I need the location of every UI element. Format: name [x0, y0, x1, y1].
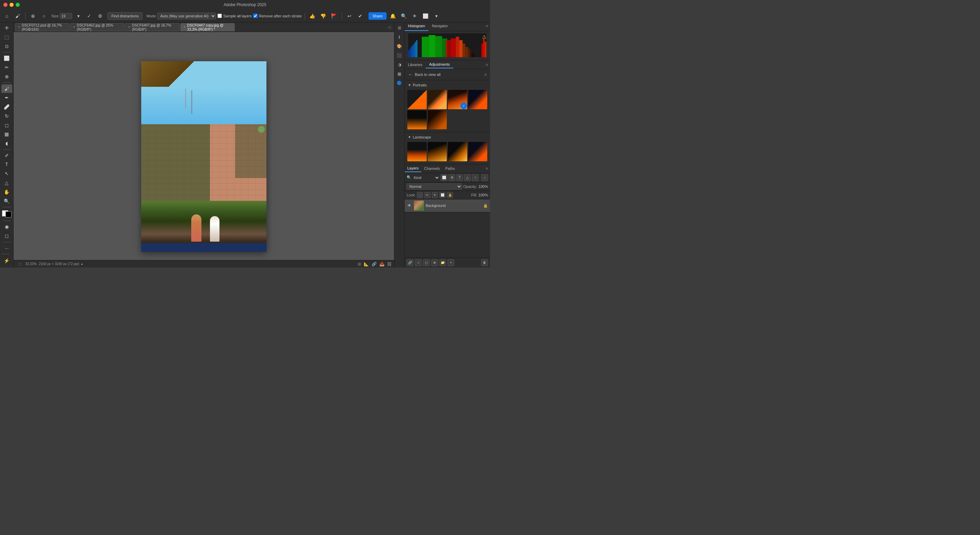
mode-select[interactable]: Auto (May use generative AI): [157, 13, 216, 19]
size-dropdown-btn[interactable]: ▾: [73, 11, 83, 21]
back-menu-icon[interactable]: ≡: [484, 72, 487, 77]
add-icon[interactable]: ⊕: [28, 11, 38, 21]
minimize-button[interactable]: [10, 3, 14, 7]
crop-tool[interactable]: ⬜: [2, 54, 12, 63]
remove-after-each-checkbox[interactable]: [253, 14, 258, 18]
color-btn[interactable]: 🎨: [395, 42, 404, 50]
lock-artboard-btn[interactable]: ⬜: [439, 192, 445, 198]
portrait-preset-3[interactable]: ✓: [448, 90, 467, 109]
confirm-btn[interactable]: ✔: [356, 11, 365, 21]
zoom-tool[interactable]: 🔍: [2, 197, 12, 205]
lock-paint-btn[interactable]: ✏: [424, 192, 430, 198]
history-brush[interactable]: ↻: [2, 111, 12, 120]
screen-mode-btn[interactable]: ◻: [2, 232, 12, 240]
layers-tab[interactable]: Layers: [404, 165, 421, 172]
portrait-preset-4[interactable]: [468, 90, 488, 109]
panels-btn[interactable]: ⬜: [421, 11, 430, 21]
dimensions-expand[interactable]: ▸: [81, 262, 83, 266]
layers-menu-icon[interactable]: ≡: [484, 166, 490, 170]
text-tool[interactable]: T: [2, 160, 12, 169]
maximize-button[interactable]: [16, 3, 20, 7]
gradient-panel-btn[interactable]: ◑: [395, 61, 404, 69]
bottom-icon-4[interactable]: 📤: [379, 262, 385, 266]
sample-all-layers-checkbox[interactable]: [218, 14, 222, 18]
patterns-btn[interactable]: ▦: [395, 70, 404, 78]
quick-mask-btn[interactable]: ◉: [2, 223, 12, 231]
find-distractions-button[interactable]: Find distractions: [108, 12, 142, 20]
tab-dscf6462[interactable]: × DSCF6462.jpg @ 25% (RGB/8*): [70, 23, 124, 31]
tab-dscf0447[interactable]: × DSCF0447 copy.jpg @ 33,3% (RGB/8*) *: [180, 23, 235, 31]
libraries-tab[interactable]: Libraries: [404, 61, 426, 68]
navigator-tab[interactable]: Navigator: [428, 22, 451, 31]
adjustments-tab[interactable]: Adjustments: [426, 61, 453, 68]
tabs-collapse-icon[interactable]: ◁: [388, 25, 391, 30]
tab-dscf6407[interactable]: × DSCF6407.jpg @ 16,7% (RGB/8*): [125, 23, 180, 31]
share-button[interactable]: Share: [369, 12, 387, 20]
tab-dscf6462-close[interactable]: ×: [73, 25, 75, 29]
circle-mode-btn[interactable]: ○: [39, 11, 49, 21]
bottom-icon-3[interactable]: 🔗: [372, 262, 377, 266]
tab-dscf6407-close[interactable]: ×: [128, 25, 130, 29]
pen-tool[interactable]: ✒: [2, 94, 12, 102]
landscape-header[interactable]: ▼ Landscape: [404, 134, 490, 140]
more-tools-btn[interactable]: ···: [2, 244, 12, 252]
settings-tool[interactable]: ⚙: [95, 11, 105, 21]
portrait-preset-5[interactable]: [407, 110, 427, 130]
adjustments-panel-btn[interactable]: 🔵: [395, 79, 404, 87]
thumbs-up-btn[interactable]: 👍: [308, 11, 317, 21]
landscape-preset-3[interactable]: [448, 142, 467, 161]
brush-tool-left[interactable]: 🖌: [2, 84, 12, 93]
delete-layer-btn[interactable]: 🗑: [481, 260, 488, 266]
size-input[interactable]: [60, 13, 72, 19]
filter-shape-btn[interactable]: △: [464, 174, 471, 181]
portrait-preset-6[interactable]: [428, 110, 447, 130]
add-group-btn[interactable]: 📁: [439, 260, 446, 266]
blend-mode-select[interactable]: Normal: [407, 183, 462, 189]
swatches-btn[interactable]: ⬛: [395, 51, 404, 60]
add-layer-btn[interactable]: +: [447, 260, 454, 266]
paths-tab[interactable]: Paths: [443, 165, 458, 172]
filter-adjust-btn[interactable]: ⚙: [449, 174, 455, 181]
panel-options-btn[interactable]: ⊞: [395, 24, 404, 32]
lock-move-btn[interactable]: ✛: [432, 192, 438, 198]
landscape-preset-4[interactable]: [468, 142, 488, 161]
landscape-preset-2[interactable]: [428, 142, 447, 161]
dodge-tool[interactable]: ◖: [2, 139, 12, 148]
landscape-preset-1[interactable]: [407, 142, 427, 161]
healing-tool[interactable]: ⊕: [2, 73, 12, 81]
layer-visibility-toggle[interactable]: 👁: [407, 203, 412, 208]
bottom-icon-1[interactable]: ⊞: [358, 262, 361, 266]
path-select[interactable]: ↖: [2, 169, 12, 178]
checkmark-tool[interactable]: ✓: [84, 11, 94, 21]
panel-options-icon[interactable]: ≡: [484, 22, 490, 31]
vector-pen[interactable]: ✐: [2, 151, 12, 159]
shape-tool[interactable]: △: [2, 179, 12, 187]
status-mode-btn[interactable]: ⬚: [16, 261, 23, 268]
clone-tool[interactable]: 🩹: [2, 103, 12, 111]
notifications-btn[interactable]: 🔔: [388, 11, 398, 21]
background-color[interactable]: [5, 211, 11, 218]
bottom-icon-2[interactable]: 📐: [364, 262, 369, 266]
color-swatches[interactable]: [2, 210, 12, 218]
flag-btn[interactable]: 🚩: [329, 11, 339, 21]
brush-tool[interactable]: 🖌: [13, 11, 22, 21]
tab-dscf0712-close[interactable]: ×: [18, 25, 20, 29]
filter-pixel-btn[interactable]: ⬜: [441, 174, 447, 181]
info-btn[interactable]: ℹ: [395, 33, 404, 41]
adj-menu-icon[interactable]: ≡: [484, 63, 490, 67]
hand-tool[interactable]: ✋: [2, 188, 12, 196]
portrait-preset-2[interactable]: [428, 90, 447, 109]
portrait-preset-1[interactable]: [407, 90, 427, 109]
layers-filter-select[interactable]: Kind: [412, 175, 440, 180]
add-style-btn[interactable]: ☆: [415, 260, 422, 266]
add-adjustment-btn[interactable]: ⊕: [431, 260, 438, 266]
lasso-tool[interactable]: ⊙: [2, 42, 12, 51]
filter-type-btn[interactable]: T: [456, 174, 463, 181]
eraser-tool[interactable]: ◻: [2, 121, 12, 129]
link-layers-btn[interactable]: 🔗: [407, 260, 414, 266]
eyedropper-tool[interactable]: ✏: [2, 63, 12, 72]
portraits-header[interactable]: ▼ Portraits: [404, 82, 490, 89]
filter-smart-btn[interactable]: ☆: [472, 174, 479, 181]
gradient-tool[interactable]: ▦: [2, 130, 12, 139]
home-button[interactable]: ⌂: [2, 11, 11, 21]
